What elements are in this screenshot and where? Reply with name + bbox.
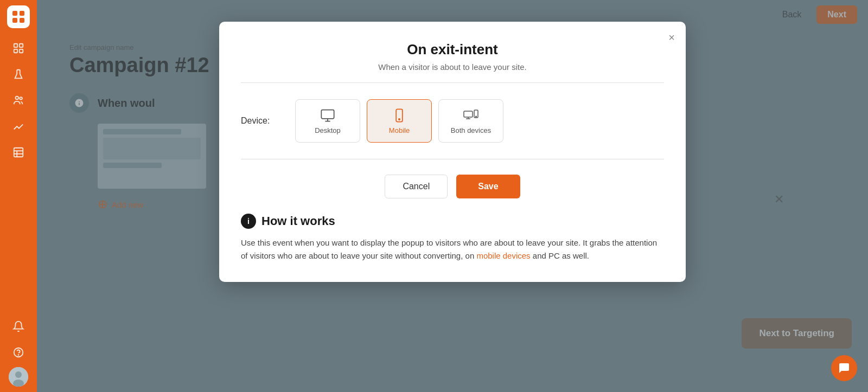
- cancel-button[interactable]: Cancel: [385, 175, 448, 198]
- svg-point-9: [20, 97, 22, 100]
- device-desktop-label: Desktop: [315, 126, 341, 134]
- device-mobile-label: Mobile: [389, 126, 410, 134]
- svg-rect-24: [464, 111, 473, 117]
- device-desktop[interactable]: Desktop: [295, 99, 360, 143]
- modal-close-button[interactable]: ×: [668, 31, 675, 44]
- how-it-works-section: i How it works Use this event when you w…: [219, 214, 686, 282]
- svg-rect-10: [14, 148, 23, 157]
- svg-rect-3: [20, 18, 24, 23]
- svg-point-28: [476, 116, 477, 117]
- sidebar-item-chart[interactable]: [7, 115, 30, 138]
- save-button[interactable]: Save: [456, 175, 520, 198]
- device-both[interactable]: Both devices: [438, 99, 503, 143]
- main-content: Back Next Edit campaign name Campaign #1…: [37, 0, 868, 392]
- app-logo[interactable]: [7, 5, 30, 28]
- how-link[interactable]: mobile devices: [476, 251, 530, 260]
- device-section: Device: Desktop: [219, 83, 686, 159]
- sidebar-item-dashboard[interactable]: [7, 37, 30, 60]
- sidebar-item-table[interactable]: [7, 141, 30, 164]
- svg-rect-5: [20, 44, 23, 47]
- modal-overlay: × On exit-intent When a visitor is about…: [37, 0, 868, 392]
- modal-header: On exit-intent When a visitor is about t…: [219, 22, 686, 82]
- chat-button[interactable]: [831, 355, 857, 381]
- modal: × On exit-intent When a visitor is about…: [219, 22, 686, 282]
- svg-rect-1: [20, 11, 24, 16]
- svg-point-17: [15, 371, 22, 378]
- how-title: i How it works: [241, 214, 664, 229]
- svg-rect-7: [20, 49, 23, 53]
- sidebar: [0, 0, 37, 392]
- sidebar-item-users[interactable]: [7, 89, 30, 112]
- svg-point-23: [399, 118, 400, 119]
- device-mobile[interactable]: Mobile: [367, 99, 432, 143]
- device-options: Desktop Mobile: [295, 99, 503, 143]
- svg-rect-0: [12, 11, 17, 16]
- svg-rect-4: [14, 44, 17, 47]
- modal-actions: Cancel Save: [219, 159, 686, 214]
- svg-rect-19: [321, 110, 334, 118]
- sidebar-item-bell[interactable]: [7, 315, 30, 338]
- how-text: Use this event when you want to display …: [241, 236, 664, 262]
- modal-title: On exit-intent: [241, 41, 664, 58]
- modal-subtitle: When a visitor is about to leave your si…: [241, 62, 664, 72]
- sidebar-item-flask[interactable]: [7, 63, 30, 86]
- device-label: Device:: [241, 116, 279, 126]
- device-both-label: Both devices: [451, 126, 491, 134]
- info-icon: i: [241, 214, 256, 229]
- svg-rect-2: [12, 18, 17, 23]
- svg-rect-6: [14, 49, 17, 53]
- svg-point-15: [18, 355, 19, 355]
- sidebar-item-help[interactable]: [7, 341, 30, 364]
- user-avatar[interactable]: [9, 367, 28, 387]
- svg-point-8: [16, 97, 19, 100]
